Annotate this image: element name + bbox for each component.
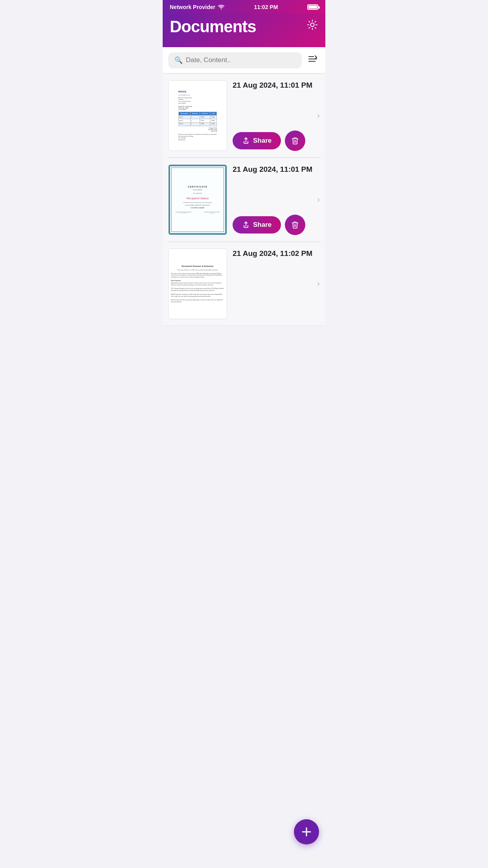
settings-icon[interactable] bbox=[306, 19, 318, 33]
doc-date-3: 21 Aug 2024, 11:02 PM bbox=[233, 248, 320, 258]
delete-button-2[interactable] bbox=[285, 215, 305, 235]
doc-thumbnail-certificate[interactable]: Certificate of Completion This certifies… bbox=[168, 164, 227, 235]
doc-info-3: 21 Aug 2024, 11:02 PM bbox=[227, 248, 320, 319]
doc-thumbnail-invoice[interactable]: INVOICE xx.xxxxx@xxx.com Attention: Reci… bbox=[168, 80, 227, 151]
status-bar: Network Provider 11:02 PM bbox=[163, 0, 325, 13]
scanner-preview: Document Scanner & Extractor Turn your i… bbox=[169, 262, 227, 305]
search-input[interactable] bbox=[186, 56, 295, 64]
table-row: Certificate of Completion This certifies… bbox=[163, 158, 325, 242]
chevron-right-icon-2: › bbox=[317, 195, 320, 205]
doc-actions-2: Share bbox=[233, 215, 320, 235]
chevron-right-icon-1: › bbox=[317, 110, 320, 121]
status-left: Network Provider bbox=[170, 4, 225, 10]
share-icon-1 bbox=[242, 137, 250, 145]
cert-preview: Certificate of Completion This certifies… bbox=[169, 165, 227, 235]
status-time: 11:02 PM bbox=[254, 4, 278, 10]
doc-info-2: 21 Aug 2024, 11:01 PM Share bbox=[227, 164, 320, 235]
app-header: Documents bbox=[163, 13, 325, 47]
page-title: Documents bbox=[170, 17, 256, 36]
search-icon: 🔍 bbox=[174, 56, 183, 64]
table-row: INVOICE xx.xxxxx@xxx.com Attention: Reci… bbox=[163, 74, 325, 158]
doc-date-1: 21 Aug 2024, 11:01 PM bbox=[233, 80, 320, 90]
doc-date-2: 21 Aug 2024, 11:01 PM bbox=[233, 164, 320, 174]
trash-icon-2 bbox=[291, 221, 299, 229]
share-button-2[interactable]: Share bbox=[233, 216, 281, 234]
sort-icon[interactable] bbox=[306, 52, 320, 68]
wifi-icon bbox=[218, 4, 225, 10]
battery-icon bbox=[307, 4, 318, 10]
search-bar[interactable]: 🔍 bbox=[168, 52, 302, 68]
carrier-label: Network Provider bbox=[170, 4, 215, 10]
share-button-1[interactable]: Share bbox=[233, 132, 281, 149]
table-row: Document Scanner & Extractor Turn your i… bbox=[163, 242, 325, 326]
trash-icon-1 bbox=[291, 137, 299, 145]
doc-actions-1: Share bbox=[233, 131, 320, 151]
doc-info-1: 21 Aug 2024, 11:01 PM Share bbox=[227, 80, 320, 151]
share-icon-2 bbox=[242, 221, 250, 229]
search-section: 🔍 bbox=[163, 47, 325, 74]
svg-point-0 bbox=[311, 23, 314, 27]
document-list: INVOICE xx.xxxxx@xxx.com Attention: Reci… bbox=[163, 74, 325, 326]
doc-thumbnail-scanner[interactable]: Document Scanner & Extractor Turn your i… bbox=[168, 248, 227, 319]
chevron-right-icon-3: › bbox=[317, 279, 320, 289]
delete-button-1[interactable] bbox=[285, 131, 305, 151]
